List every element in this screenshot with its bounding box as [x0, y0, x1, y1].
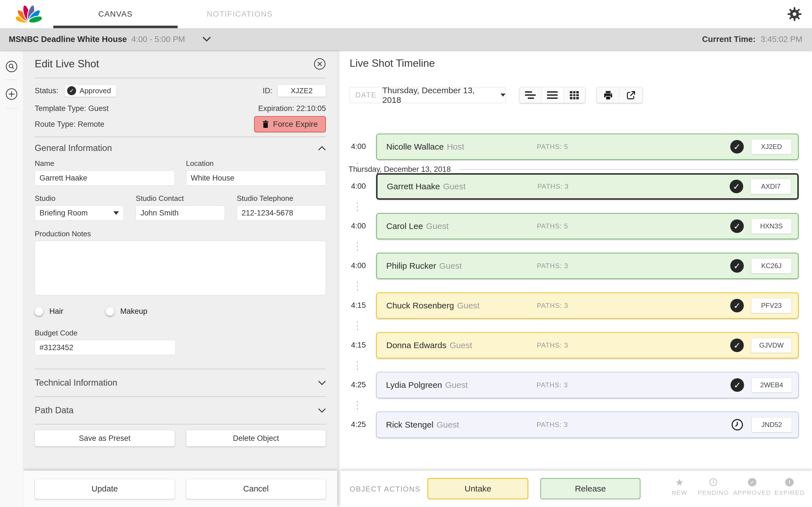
tab-canvas[interactable]: CANVAS [53, 0, 177, 28]
budget-code-field[interactable] [35, 340, 175, 355]
guest-name: Philip Rucker [386, 261, 436, 271]
studio-contact-field[interactable] [136, 205, 225, 221]
path-data-section-header[interactable]: Path Data [35, 397, 326, 424]
live-shot-card-selected[interactable]: Garrett Haake Guest PATHS: 3 ✓ AXDI7 [376, 173, 799, 200]
force-expire-button[interactable]: Force Expire [254, 116, 326, 132]
chevron-up-icon[interactable] [318, 146, 326, 151]
makeup-toggle-knob[interactable] [106, 307, 114, 316]
chevron-down-icon[interactable] [318, 381, 326, 385]
timeline-connector [357, 361, 358, 371]
name-field[interactable] [35, 170, 175, 186]
close-icon[interactable] [313, 58, 326, 70]
general-information-title: General Information [35, 143, 112, 153]
id-label: ID: [262, 87, 272, 95]
budget-code-label: Budget Code [35, 329, 326, 337]
force-expire-label: Force Expire [273, 120, 318, 129]
hair-toggle-knob[interactable] [35, 307, 43, 316]
add-icon[interactable] [5, 88, 18, 100]
live-shot-card[interactable]: Lydia Polgreen Guest PATHS: 3 ✓ 2WEB4 [376, 372, 799, 398]
search-icon[interactable] [5, 60, 18, 73]
release-button[interactable]: Release [540, 478, 641, 499]
check-circle-icon: ✓ [748, 478, 756, 487]
status-pending-clock-icon: ✓ [730, 418, 744, 432]
live-shot-timeline-panel: Live Shot Timeline DATE Thursday, Decemb… [340, 50, 812, 507]
delete-object-button[interactable]: Delete Object [186, 430, 326, 446]
print-button[interactable] [597, 87, 620, 103]
export-button[interactable] [620, 87, 642, 103]
general-information-section-header[interactable]: General Information [35, 137, 326, 159]
edit-live-shot-panel: Edit Live Shot Status: ✓ Approved ID: XJ… [23, 50, 337, 507]
technical-information-section-header[interactable]: Technical Information [35, 369, 326, 396]
template-type-text: Template Type: Guest [35, 104, 109, 113]
location-field[interactable] [186, 170, 326, 186]
guest-role: Guest [437, 420, 459, 430]
live-shot-id-badge: 2WEB4 [751, 378, 792, 393]
condensed-view-button[interactable] [520, 87, 542, 103]
untake-button[interactable]: Untake [427, 478, 528, 499]
list-view-button[interactable] [542, 87, 564, 103]
rail-divider [6, 79, 17, 80]
live-shot-card[interactable]: Carol Lee Guest PATHS: 5 ✓ HXN3S [376, 213, 799, 239]
production-notes-field[interactable] [35, 241, 326, 295]
chevron-down-icon[interactable] [318, 408, 326, 413]
current-time-label: Current Time: [702, 35, 756, 44]
live-shot-id-badge: AXDI7 [751, 179, 791, 194]
studio-telephone-label: Studio Telephone [237, 194, 326, 203]
table-view-button[interactable] [563, 87, 585, 103]
trash-icon [262, 120, 269, 128]
list-view-icon [547, 91, 558, 99]
guest-name: Donna Edwards [386, 341, 446, 350]
top-app-bar: CANVAS NOTIFICATIONS [0, 0, 812, 28]
status-check-icon: ✓ [730, 339, 744, 352]
guest-name: Rick Stengel [386, 420, 434, 430]
print-share-group [597, 87, 643, 103]
row-time: 4:00 [351, 142, 366, 151]
live-shot-id-badge: HXN3S [751, 219, 792, 234]
makeup-toggle[interactable]: Makeup [106, 307, 147, 316]
live-shot-card[interactable]: Rick Stengel Guest PATHS: 3 ✓ JND52 [376, 411, 799, 438]
current-time-value: 3:45:02 PM [761, 35, 802, 44]
tab-notifications[interactable]: NOTIFICATIONS [177, 0, 302, 28]
legend-new: ★ NEW [667, 477, 692, 497]
live-shot-card[interactable]: Philip Rucker Guest PATHS: 3 ✓ KC26J [376, 252, 799, 279]
paths-count: PATHS: 3 [537, 262, 568, 270]
timeline-connector [357, 321, 358, 331]
check-circle-icon: ✓ [67, 86, 76, 95]
studio-select[interactable]: Briefing Room [35, 205, 124, 221]
timeline-connector [357, 202, 358, 212]
timeline-row: 4:00 Garrett Haake Guest PATHS: 3 ✓ AXDI… [340, 173, 812, 213]
live-shot-card[interactable]: Chuck Rosenberg Guest PATHS: 3 ✓ PFV23 [376, 292, 799, 319]
cancel-button[interactable]: Cancel [186, 479, 326, 499]
hair-toggle[interactable]: Hair [35, 307, 63, 316]
export-share-icon [626, 91, 636, 100]
guest-role: Guest [426, 221, 449, 231]
studio-contact-label: Studio Contact [136, 194, 225, 203]
timeline-row: 4:00 Carol Lee Guest PATHS: 5 ✓ HXN3S [340, 213, 812, 252]
exclamation-circle-icon: ! [785, 478, 794, 487]
timeline-row: 4:00 Philip Rucker Guest PATHS: 3 ✓ KC26… [340, 252, 812, 292]
live-shot-id-badge: XJ2ED [751, 139, 792, 154]
settings-gear-icon[interactable] [787, 7, 802, 21]
paths-count: PATHS: 3 [537, 341, 568, 349]
studio-label: Studio [35, 194, 124, 203]
live-shot-card[interactable]: Nicolle Wallace Host PATHS: 5 ✓ XJ2ED [376, 133, 799, 160]
show-dropdown-chevron-icon[interactable] [202, 37, 211, 42]
save-as-preset-button[interactable]: Save as Preset [35, 430, 175, 446]
edit-panel-footer: Update Cancel [23, 471, 337, 507]
row-time: 4:00 [351, 262, 366, 270]
guest-name: Carol Lee [386, 221, 423, 231]
row-time: 4:25 [351, 381, 366, 389]
update-button[interactable]: Update [35, 479, 175, 499]
live-shot-card[interactable]: Donna Edwards Guest PATHS: 3 ✓ GJVDW [376, 332, 799, 358]
show-title: MSNBC Deadline White House [9, 35, 127, 44]
timeline-row: 4:15 Chuck Rosenberg Guest PATHS: 3 ✓ PF… [340, 292, 812, 332]
legend-expired: ! EXPIRED [775, 477, 804, 497]
production-notes-label: Production Notes [35, 230, 326, 238]
row-time: 4:00 [351, 222, 366, 230]
studio-telephone-field[interactable] [237, 205, 326, 221]
show-selector-bar: MSNBC Deadline White House 4:00 - 5:00 P… [0, 28, 812, 50]
date-picker[interactable]: DATE Thursday, December 13, 2018 [350, 87, 506, 103]
guest-name: Lydia Polgreen [386, 380, 442, 390]
tab-canvas-label: CANVAS [98, 10, 133, 18]
guest-role: Guest [457, 301, 479, 311]
